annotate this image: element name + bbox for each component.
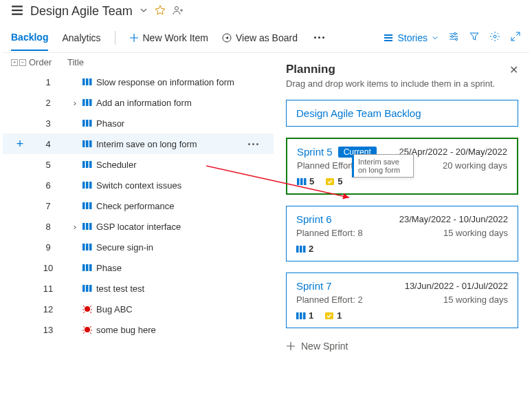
- work-item-title[interactable]: Add an information form: [96, 98, 192, 108]
- work-item-title[interactable]: Phase: [96, 263, 122, 273]
- order-cell: 10: [29, 263, 67, 273]
- svg-rect-35: [89, 223, 92, 230]
- svg-rect-29: [89, 182, 92, 189]
- favorite-icon[interactable]: [155, 5, 166, 18]
- col-header-title[interactable]: Title: [67, 57, 265, 67]
- svg-rect-25: [86, 161, 89, 168]
- order-cell: 9: [29, 242, 67, 253]
- add-child-icon[interactable]: +: [16, 138, 24, 150]
- count-badge: 5: [325, 176, 342, 186]
- work-item-title[interactable]: Check performance: [96, 201, 174, 211]
- table-row[interactable]: 7Check performance: [3, 195, 274, 216]
- table-row[interactable]: 8›GSP locator interface: [3, 216, 274, 237]
- table-row[interactable]: 3Phasor: [3, 113, 274, 133]
- order-cell: 12: [29, 304, 67, 314]
- view-as-board-button[interactable]: View as Board: [222, 32, 298, 43]
- svg-rect-34: [86, 223, 89, 230]
- filter-icon[interactable]: [469, 31, 480, 44]
- svg-point-9: [452, 36, 454, 38]
- svg-rect-13: [86, 78, 89, 85]
- table-row[interactable]: 10Phase: [3, 257, 274, 278]
- team-name[interactable]: Design Agile Team: [30, 4, 133, 19]
- sprint-card[interactable]: Sprint 623/May/2022 - 10/Jun/2022Planned…: [286, 206, 518, 261]
- close-icon[interactable]: ✕: [509, 63, 518, 76]
- svg-rect-27: [82, 182, 85, 189]
- svg-rect-30: [82, 202, 85, 209]
- backlog-level-selector[interactable]: Stories: [384, 32, 439, 43]
- svg-rect-55: [300, 312, 302, 319]
- svg-rect-2: [12, 14, 23, 15]
- expand-all-icon[interactable]: +: [11, 59, 18, 66]
- table-row[interactable]: 13some bug here: [3, 319, 274, 340]
- work-item-title[interactable]: Scheduler: [96, 160, 137, 170]
- planning-subtitle: Drag and drop work items to include them…: [286, 78, 518, 89]
- page-header: Design Agile Team: [3, 3, 529, 23]
- svg-rect-44: [89, 285, 92, 292]
- new-sprint-button[interactable]: New Sprint: [286, 341, 518, 352]
- table-row[interactable]: 5Scheduler: [3, 154, 274, 175]
- drag-ghost: Interim save on long form: [352, 154, 414, 178]
- count-badge: 1: [324, 310, 342, 321]
- planned-effort: Planned Effort: 2: [296, 295, 363, 305]
- fullscreen-icon[interactable]: [510, 31, 521, 44]
- table-row[interactable]: 1Slow response on information form: [3, 72, 274, 92]
- tab-backlog[interactable]: Backlog: [11, 25, 48, 51]
- work-item-title[interactable]: Secure sign-in: [96, 242, 153, 253]
- svg-rect-23: [89, 140, 92, 147]
- sprint-card[interactable]: Sprint 5Current25/Apr/2022 - 20/May/2022…: [286, 138, 518, 195]
- sprint-name[interactable]: Sprint 7: [296, 280, 332, 292]
- work-item-title[interactable]: Phasor: [96, 118, 124, 129]
- collapse-all-icon[interactable]: −: [19, 59, 26, 66]
- settings-icon[interactable]: [489, 31, 500, 44]
- svg-rect-7: [384, 40, 392, 41]
- work-item-title[interactable]: Interim save on long form: [96, 139, 197, 149]
- table-row[interactable]: 12Bug ABC: [3, 299, 274, 319]
- view-options-icon[interactable]: [448, 31, 459, 44]
- tab-analytics[interactable]: Analytics: [62, 25, 100, 50]
- work-item-type-icon: [82, 78, 92, 86]
- work-item-type-icon: [82, 305, 92, 313]
- planning-title: Planning: [286, 63, 335, 76]
- work-item-title[interactable]: GSP locator interface: [96, 222, 181, 232]
- svg-rect-52: [300, 246, 302, 253]
- svg-rect-0: [12, 6, 23, 7]
- col-header-order[interactable]: Order: [29, 57, 67, 67]
- sprint-name[interactable]: Sprint 6: [296, 213, 332, 225]
- work-item-type-icon: [82, 222, 92, 231]
- order-cell: 6: [29, 180, 67, 191]
- table-row[interactable]: +4Interim save on long form: [3, 133, 274, 154]
- backlog-icon: [11, 4, 23, 19]
- backlog-card[interactable]: Design Agile Team Backlog: [286, 100, 518, 127]
- work-item-title[interactable]: some bug here: [96, 325, 156, 335]
- work-item-title[interactable]: Slow response on information form: [96, 77, 234, 87]
- planning-panel: Planning ✕ Drag and drop work items to i…: [274, 53, 529, 359]
- order-cell: 11: [29, 284, 67, 294]
- sprint-card[interactable]: Sprint 713/Jun/2022 - 01/Jul/2022Planned…: [286, 272, 518, 328]
- divider: [115, 31, 115, 45]
- work-item-title[interactable]: Switch context issues: [96, 180, 181, 191]
- work-item-type-icon: [82, 181, 92, 189]
- work-item-title[interactable]: test test test: [96, 284, 144, 294]
- svg-rect-33: [82, 223, 85, 230]
- work-item-title[interactable]: Bug ABC: [96, 304, 133, 314]
- svg-point-45: [85, 306, 90, 312]
- work-item-type-icon: [82, 284, 92, 292]
- expand-icon[interactable]: ›: [71, 98, 78, 108]
- team-members-icon[interactable]: [173, 5, 185, 18]
- team-dropdown-icon[interactable]: [140, 6, 148, 17]
- svg-rect-38: [89, 244, 92, 250]
- svg-rect-12: [82, 78, 85, 85]
- svg-rect-32: [89, 202, 92, 209]
- table-row[interactable]: 2›Add an information form: [3, 92, 274, 113]
- work-item-type-icon: [82, 264, 92, 272]
- expand-collapse-controls[interactable]: + −: [11, 59, 29, 66]
- new-work-item-button[interactable]: New Work Item: [129, 32, 208, 43]
- table-row[interactable]: 11test test test: [3, 278, 274, 299]
- svg-rect-56: [303, 312, 306, 319]
- expand-icon[interactable]: ›: [71, 222, 78, 232]
- table-row[interactable]: 9Secure sign-in: [3, 237, 274, 257]
- sprint-name[interactable]: Sprint 5: [297, 146, 333, 158]
- row-more-icon[interactable]: [248, 143, 265, 145]
- table-row[interactable]: 6Switch context issues: [3, 175, 274, 195]
- toolbar-more-icon[interactable]: [311, 34, 327, 41]
